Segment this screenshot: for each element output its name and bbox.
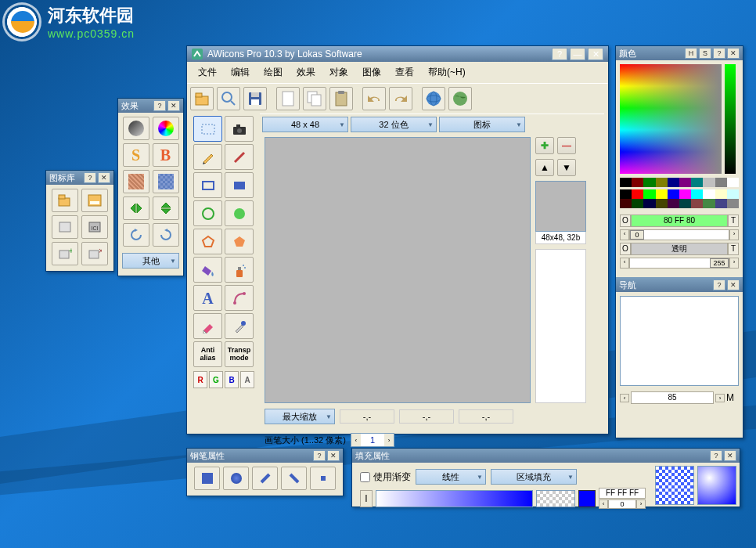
nav-zoom-right[interactable]: ›: [715, 394, 725, 402]
hue-slider[interactable]: [725, 64, 736, 174]
fill-area-dropdown[interactable]: 区域填充: [491, 469, 577, 485]
brush-size-spinner[interactable]: ‹ 1 ›: [351, 433, 394, 447]
pen-style-pixel[interactable]: [310, 467, 336, 490]
swatch[interactable]: [691, 178, 703, 187]
channel-a[interactable]: A: [240, 371, 254, 388]
nav-close-button[interactable]: ✕: [727, 279, 740, 290]
fill-help-button[interactable]: ?: [710, 450, 722, 461]
swatch[interactable]: [620, 189, 632, 199]
lib-close-button[interactable]: ✕: [98, 172, 110, 183]
menu-effects[interactable]: 效果: [290, 64, 322, 81]
tool-circle[interactable]: [193, 200, 222, 226]
alpha-value[interactable]: 透明: [631, 243, 728, 255]
tool-camera[interactable]: [225, 116, 254, 142]
main-help-button[interactable]: ?: [552, 48, 567, 60]
format-list[interactable]: [535, 249, 586, 403]
new-button[interactable]: [276, 87, 300, 110]
fx-texture1[interactable]: [123, 170, 149, 193]
pen-titlebar[interactable]: 钢笔属性 ? ✕: [187, 449, 343, 463]
rgb-value[interactable]: 80 FF 80: [631, 215, 728, 227]
color-s-button[interactable]: S: [699, 48, 711, 59]
fx-hue[interactable]: [153, 117, 179, 140]
swatch[interactable]: [632, 199, 643, 208]
tool-line[interactable]: [225, 144, 254, 170]
fx-rotate-r[interactable]: [153, 223, 179, 247]
swatch[interactable]: [643, 199, 655, 208]
color-help-button[interactable]: ?: [713, 48, 725, 59]
swatch[interactable]: [691, 189, 703, 199]
fx-flip-v[interactable]: [153, 196, 179, 220]
zoom-dropdown[interactable]: 最大缩放: [265, 409, 335, 424]
brush-size-up[interactable]: ›: [384, 434, 394, 446]
main-titlebar[interactable]: AWicons Pro 10.3 by Lokas Software ? — ✕: [187, 46, 608, 62]
fx-grayscale[interactable]: [123, 117, 149, 140]
swatch[interactable]: [632, 189, 643, 199]
rgb-o-label[interactable]: O: [620, 215, 631, 227]
main-canvas[interactable]: [265, 137, 531, 403]
tool-transp[interactable]: Transp mode: [225, 341, 254, 367]
alpha-slider[interactable]: 255: [629, 258, 729, 269]
swatch[interactable]: [703, 178, 715, 187]
lib-add-button[interactable]: +: [52, 242, 78, 265]
menu-edit[interactable]: 编辑: [225, 64, 256, 81]
remove-format-button[interactable]: —: [557, 137, 576, 154]
fill-preview-1[interactable]: [655, 466, 694, 505]
alpha-slider-left[interactable]: ‹: [620, 258, 629, 269]
gradient-preview[interactable]: [376, 490, 533, 507]
swatch[interactable]: [727, 189, 739, 199]
size-dropdown[interactable]: 48 x 48: [262, 117, 348, 132]
tool-picker[interactable]: [225, 313, 254, 339]
swatch[interactable]: [727, 178, 739, 187]
swatch[interactable]: [691, 199, 703, 208]
pen-close-button[interactable]: ✕: [327, 450, 340, 461]
fill-slider-left[interactable]: ‹: [599, 499, 608, 509]
alpha-slider-right[interactable]: ›: [729, 258, 739, 269]
fill-preview-2[interactable]: [697, 466, 736, 505]
swatch[interactable]: [656, 178, 668, 187]
fx-blur[interactable]: B: [153, 143, 179, 167]
lib-open-button[interactable]: [52, 189, 78, 212]
swatch[interactable]: [632, 178, 643, 187]
gradient-type-dropdown[interactable]: 线性: [416, 469, 486, 485]
fx-help-button[interactable]: ?: [153, 100, 166, 111]
tool-poly[interactable]: [193, 229, 222, 254]
menu-draw[interactable]: 绘图: [257, 64, 289, 81]
redo-button[interactable]: [389, 87, 412, 110]
fx-sharpen[interactable]: S: [123, 143, 149, 167]
fill-slider-right[interactable]: ›: [636, 499, 646, 509]
fill-close-button[interactable]: ✕: [724, 450, 736, 461]
web-button[interactable]: [422, 87, 445, 110]
tool-curve[interactable]: [225, 285, 254, 311]
nav-help-button[interactable]: ?: [713, 279, 725, 290]
swatch[interactable]: [656, 189, 668, 199]
menu-view[interactable]: 查看: [389, 64, 420, 81]
menu-help[interactable]: 帮助(~H): [422, 64, 472, 81]
nav-canvas[interactable]: [620, 296, 739, 386]
channel-g[interactable]: G: [209, 371, 223, 388]
lib-tool1-button[interactable]: [52, 215, 78, 239]
nav-zoom-left[interactable]: ‹: [620, 394, 629, 402]
swatch[interactable]: [668, 178, 679, 187]
swatch[interactable]: [703, 189, 715, 199]
save-button[interactable]: [243, 87, 267, 110]
color-h-button[interactable]: H: [685, 48, 697, 59]
format-up-button[interactable]: ▲: [535, 159, 554, 176]
alpha-o-label[interactable]: O: [620, 243, 631, 255]
main-close-button[interactable]: ✕: [588, 48, 603, 60]
type-dropdown[interactable]: 图标: [439, 117, 525, 132]
swatch[interactable]: [620, 199, 632, 208]
color-field[interactable]: [620, 64, 722, 174]
fx-texture2[interactable]: [153, 170, 179, 193]
color-close-button[interactable]: ✕: [727, 48, 740, 59]
pen-style-slash[interactable]: [252, 467, 278, 490]
color-titlebar[interactable]: 颜色 H S ? ✕: [616, 46, 743, 60]
fill-i-button[interactable]: I: [360, 490, 373, 507]
pen-style-round[interactable]: [223, 467, 249, 490]
swatch[interactable]: [656, 199, 668, 208]
rgb-slider-right[interactable]: ›: [729, 229, 739, 240]
fill-slider-value[interactable]: 0: [608, 499, 636, 509]
tool-text[interactable]: A: [193, 285, 222, 311]
lib-save-button[interactable]: [81, 189, 108, 212]
paste-button[interactable]: [329, 87, 353, 110]
channel-r[interactable]: R: [193, 371, 207, 388]
